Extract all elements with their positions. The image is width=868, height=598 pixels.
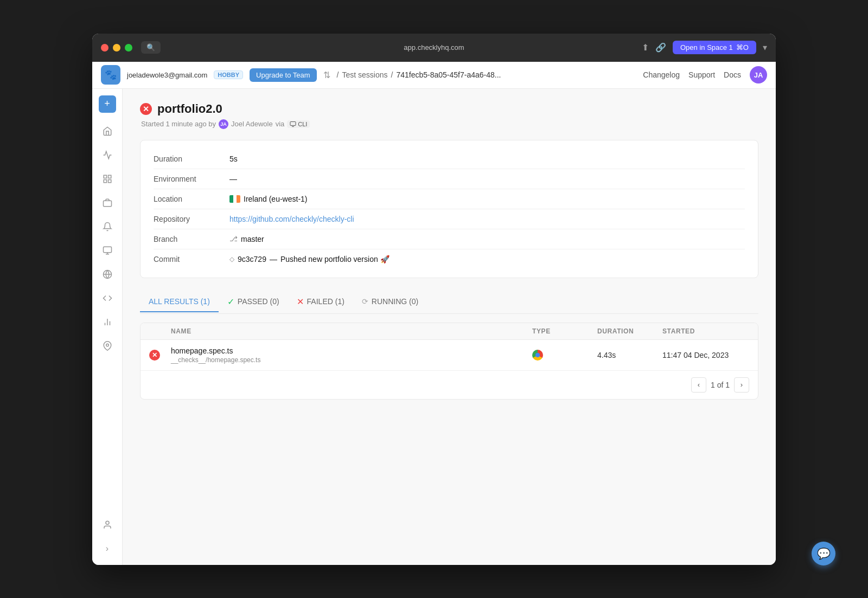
- titlebar: 🔍 app.checklyhq.com ⬆ 🔗 Open in Space 1 …: [92, 34, 776, 62]
- col-duration: DURATION: [597, 327, 662, 335]
- upgrade-button[interactable]: Upgrade to Team: [250, 68, 317, 82]
- user-avatar[interactable]: JA: [750, 66, 767, 83]
- sidebar-item-checks[interactable]: [98, 169, 117, 189]
- close-button[interactable]: [101, 44, 108, 52]
- tab-passed[interactable]: ✓ PASSED (0): [219, 291, 288, 313]
- results-table: NAME TYPE DURATION STARTED ✕ homepage.sp…: [140, 323, 758, 400]
- row-duration: 4.43s: [597, 351, 662, 359]
- commit-message: Pushed new portfolio version 🚀: [280, 255, 390, 263]
- breadcrumb: / Test sessions / 741fecb5-8a05-45f7-a4a…: [337, 70, 501, 79]
- svg-rect-4: [103, 201, 111, 207]
- app-window: 🔍 app.checklyhq.com ⬆ 🔗 Open in Space 1 …: [92, 34, 776, 565]
- sidebar-item-reports[interactable]: [98, 312, 117, 332]
- svg-point-14: [106, 521, 109, 524]
- sidebar: +: [92, 89, 123, 565]
- breadcrumb-test-sessions[interactable]: Test sessions: [342, 70, 387, 79]
- pagination-info: 1 of 1: [711, 381, 730, 389]
- fullscreen-button[interactable]: [125, 44, 132, 52]
- chevron-down-icon[interactable]: ▾: [763, 42, 767, 53]
- detail-row-location: Location Ireland (eu-west-1): [154, 189, 745, 209]
- branch-value: ⎇ master: [229, 235, 264, 243]
- commit-value: ◇ 9c3c729 — Pushed new portfolio version…: [229, 255, 390, 263]
- breadcrumb-current-id: 741fecb5-8a05-45f7-a4a6-48...: [396, 70, 501, 79]
- location-value: Ireland (eu-west-1): [229, 195, 308, 203]
- location-label: Location: [154, 195, 229, 203]
- appbar-right: Changelog Support Docs JA: [643, 66, 767, 83]
- svg-rect-2: [104, 179, 106, 182]
- sidebar-item-home[interactable]: [98, 121, 117, 141]
- detail-row-branch: Branch ⎇ master: [154, 229, 745, 249]
- cli-badge: CLI: [287, 120, 310, 128]
- passed-icon: ✓: [227, 297, 234, 307]
- user-avatar-small: JA: [219, 119, 228, 129]
- tab-running[interactable]: ⟳ RUNNING (0): [353, 292, 427, 312]
- started-info: Started 1 minute ago by JA Joel Adewole …: [140, 119, 758, 129]
- duration-value: 5s: [229, 155, 238, 163]
- sidebar-item-activity[interactable]: [98, 145, 117, 165]
- tab-all-results[interactable]: ALL RESULTS (1): [140, 292, 219, 312]
- row-filename: homepage.spec.ts: [171, 346, 532, 355]
- table-header: NAME TYPE DURATION STARTED: [141, 323, 758, 340]
- breadcrumb-separator-2: /: [391, 70, 393, 79]
- app-logo[interactable]: 🐾: [101, 65, 120, 85]
- detail-row-repository: Repository https://github.com/checkly/ch…: [154, 209, 745, 229]
- sidebar-add-button[interactable]: +: [99, 95, 116, 113]
- ireland-flag: [229, 195, 240, 203]
- support-link[interactable]: Support: [688, 70, 715, 79]
- chrome-icon: [532, 350, 543, 361]
- sidebar-item-integrations[interactable]: [98, 265, 117, 284]
- commit-icon: ◇: [229, 255, 234, 263]
- detail-row-commit: Commit ◇ 9c3c729 — Pushed new portfolio …: [154, 249, 745, 269]
- results-tabs: ALL RESULTS (1) ✓ PASSED (0) ✕ FAILED (1…: [140, 291, 758, 314]
- open-space-button[interactable]: Open in Space 1 ⌘O: [673, 41, 756, 54]
- svg-rect-1: [108, 175, 111, 178]
- titlebar-search[interactable]: 🔍: [141, 41, 161, 54]
- commit-label: Commit: [154, 255, 229, 263]
- search-icon: 🔍: [146, 43, 155, 52]
- sidebar-expand-button[interactable]: ›: [98, 539, 117, 558]
- repository-link[interactable]: https://github.com/checkly/checkly-cli: [229, 215, 354, 223]
- page-header: ✕ portfolio2.0: [140, 102, 758, 116]
- main-layout: +: [92, 89, 776, 565]
- commit-separator: —: [270, 255, 277, 263]
- minimize-button[interactable]: [113, 44, 120, 52]
- sidebar-item-api[interactable]: [98, 288, 117, 308]
- detail-row-duration: Duration 5s: [154, 149, 745, 169]
- tab-failed[interactable]: ✕ FAILED (1): [288, 291, 353, 313]
- chat-button[interactable]: 💬: [812, 542, 835, 565]
- nav-arrows[interactable]: ⇅: [323, 70, 330, 80]
- bookmark-icon[interactable]: 🔗: [655, 42, 666, 53]
- row-name-cell: homepage.spec.ts __checks__/homepage.spe…: [171, 346, 532, 364]
- branch-label: Branch: [154, 235, 229, 243]
- next-page-button[interactable]: ›: [734, 377, 749, 393]
- sidebar-bottom: ›: [98, 515, 117, 558]
- content-area: ✕ portfolio2.0 Started 1 minute ago by J…: [123, 89, 776, 565]
- svg-rect-15: [290, 121, 296, 125]
- branch-icon: ⎇: [229, 235, 238, 243]
- running-icon: ⟳: [362, 297, 368, 306]
- detail-row-environment: Environment —: [154, 169, 745, 189]
- sidebar-item-profile[interactable]: [98, 515, 117, 535]
- sidebar-item-alerts[interactable]: [98, 217, 117, 236]
- environment-value: —: [229, 175, 237, 183]
- plan-badge: HOBBY: [214, 70, 243, 79]
- sidebar-item-locations[interactable]: [98, 336, 117, 356]
- changelog-link[interactable]: Changelog: [643, 70, 680, 79]
- svg-rect-3: [108, 179, 111, 182]
- titlebar-url: app.checklyhq.com: [404, 43, 464, 52]
- sidebar-item-monitors[interactable]: [98, 241, 117, 260]
- docs-link[interactable]: Docs: [724, 70, 741, 79]
- row-started: 11:47 04 Dec, 2023: [662, 351, 749, 359]
- row-filepath: __checks__/homepage.spec.ts: [171, 356, 532, 364]
- breadcrumb-separator: /: [337, 70, 339, 79]
- status-icon-error: ✕: [140, 103, 152, 115]
- failed-icon: ✕: [297, 297, 304, 307]
- pagination: ‹ 1 of 1 ›: [141, 371, 758, 399]
- environment-label: Environment: [154, 175, 229, 183]
- duration-label: Duration: [154, 155, 229, 163]
- prev-page-button[interactable]: ‹: [691, 377, 706, 393]
- table-row[interactable]: ✕ homepage.spec.ts __checks__/homepage.s…: [141, 340, 758, 371]
- share-icon[interactable]: ⬆: [642, 42, 649, 53]
- appbar: 🐾 joeladewole3@gmail.com HOBBY Upgrade t…: [92, 62, 776, 89]
- sidebar-item-groups[interactable]: [98, 193, 117, 213]
